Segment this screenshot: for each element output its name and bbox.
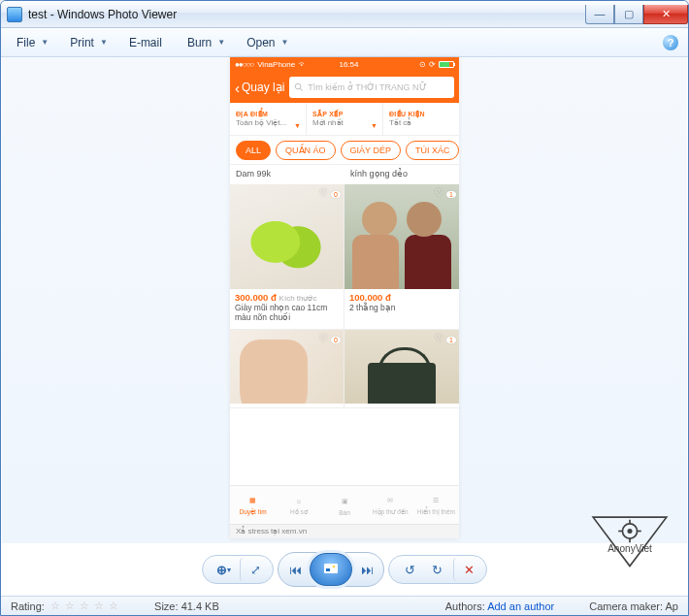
rotate-group: ↺ ↻ ✕ xyxy=(388,555,487,584)
filter-location[interactable]: ĐỊA ĐIỂMToàn bộ Việt...▼ xyxy=(230,103,307,135)
phone-footer: Xả stress tại xem.vn xyxy=(230,524,459,538)
mail-icon: ✉ xyxy=(382,494,398,507)
search-placeholder: Tìm kiếm ở THỜI TRANG NỮ xyxy=(308,82,426,92)
viewer-controls: ⊕▾ ⤢ ⏮ ⏭ ↺ ↻ ✕ xyxy=(1,545,688,594)
chip-clothes[interactable]: QUẦN ÁO xyxy=(276,141,336,160)
heart-icon: ♡ xyxy=(435,187,448,201)
product-thumb: ♡0 xyxy=(230,330,344,404)
prev-button[interactable]: ⏮ xyxy=(280,555,310,584)
maximize-button[interactable]: ▢ xyxy=(614,5,643,24)
heart-icon: ♡ xyxy=(319,187,333,201)
window-title: test - Windows Photo Viewer xyxy=(28,8,177,21)
zoom-button[interactable]: ⊕▾ xyxy=(211,558,236,581)
camera-icon: ▣ xyxy=(337,495,352,508)
chevron-down-icon: ▼ xyxy=(371,122,377,129)
nav-group: ⏮ ⏭ xyxy=(278,552,384,587)
chevron-left-icon: ‹ xyxy=(235,80,240,96)
product-name: 2 thằng bạn xyxy=(349,303,454,312)
close-button[interactable]: ✕ xyxy=(643,5,688,24)
lock-icon: ⟳ xyxy=(429,60,436,69)
wifi-icon: ᯤ xyxy=(299,60,307,69)
chevron-down-icon: ▼ xyxy=(281,38,289,47)
svg-point-4 xyxy=(333,566,336,568)
menu-email[interactable]: E-mail xyxy=(123,32,168,53)
help-button[interactable]: ? xyxy=(663,35,678,50)
title-right: kính gọng dẻo xyxy=(344,165,459,184)
grid-icon: ▦ xyxy=(246,494,261,507)
product-card[interactable]: ♡1 xyxy=(344,330,459,408)
rotate-cw-button[interactable]: ↻ xyxy=(424,558,449,581)
search-field[interactable]: Tìm kiếm ở THỜI TRANG NỮ xyxy=(289,77,454,98)
menu-open[interactable]: Open▼ xyxy=(241,32,294,53)
alarm-icon: ⊙ xyxy=(419,60,426,69)
tab-sell[interactable]: ▣Bán xyxy=(321,486,367,524)
titlebar: test - Windows Photo Viewer — ▢ ✕ xyxy=(1,1,688,28)
product-thumb: ♡1 xyxy=(344,330,459,404)
clock-label: 16:54 xyxy=(339,60,358,69)
product-thumb: ♡1 xyxy=(344,184,459,289)
menu-print[interactable]: Print▼ xyxy=(64,32,114,53)
filter-condition[interactable]: ĐIỀU KIỆNTất cả xyxy=(383,103,459,135)
next-button[interactable]: ⏭ xyxy=(352,555,381,584)
rating-stars[interactable]: ☆ ☆ ☆ ☆ ☆ xyxy=(50,600,119,612)
window-buttons: — ▢ ✕ xyxy=(585,5,688,24)
back-button[interactable]: ‹Quay lại xyxy=(235,80,284,96)
category-chips: ALL QUẦN ÁO GIÀY DÉP TÚI XÁC xyxy=(230,136,459,165)
tab-browse[interactable]: ▦Duyệt tìm xyxy=(230,486,276,524)
app-icon xyxy=(7,7,22,22)
user-icon: ☺ xyxy=(291,494,307,507)
product-card[interactable]: ♡1 100.000 đ 2 thằng bạn xyxy=(344,184,459,330)
status-strip: Rating: ☆ ☆ ☆ ☆ ☆ Size: 41.4 KB Authors:… xyxy=(1,596,688,615)
camera-value: Ap xyxy=(666,600,678,612)
product-name: Giày mũi nhọn cao 11cm màu nõn chuối xyxy=(235,303,339,322)
svg-rect-3 xyxy=(326,568,330,571)
camera-label: Camera maker: xyxy=(589,600,663,612)
svg-point-0 xyxy=(296,83,302,89)
price-label: 300.000 đ xyxy=(235,292,277,303)
chevron-down-icon: ▼ xyxy=(100,38,108,47)
app-window: test - Windows Photo Viewer — ▢ ✕ File▼ … xyxy=(0,0,689,616)
row-titles: Dam 99k kính gọng dẻo xyxy=(230,165,459,184)
heart-icon: ♡ xyxy=(319,333,333,346)
menubar: File▼ Print▼ E-mail Burn▼ Open▼ ? xyxy=(1,28,688,57)
photo-content: ●●○○○ VinaPhone ᯤ 16:54 ⊙ ⟳ ‹Quay lại Tì… xyxy=(230,57,459,538)
minimize-button[interactable]: — xyxy=(585,5,614,24)
product-card[interactable]: ♡0 300.000 đ Kích thước Giày mũi nhọn ca… xyxy=(230,184,344,330)
carrier-label: VinaPhone xyxy=(257,60,295,69)
menu-burn[interactable]: Burn▼ xyxy=(181,32,231,53)
svg-line-1 xyxy=(301,88,304,91)
battery-icon xyxy=(439,61,454,68)
search-icon xyxy=(294,82,304,92)
authors-label: Authors: xyxy=(445,600,485,612)
rating-label: Rating: xyxy=(11,600,45,612)
heart-icon: ♡ xyxy=(435,333,448,346)
photo-viewport: ●●○○○ VinaPhone ᯤ 16:54 ⊙ ⟳ ‹Quay lại Tì… xyxy=(2,57,687,543)
chevron-down-icon: ▼ xyxy=(41,38,49,47)
size-value: 41.4 KB xyxy=(181,600,219,612)
rotate-ccw-button[interactable]: ↺ xyxy=(397,558,422,581)
fit-button[interactable]: ⤢ xyxy=(240,558,265,581)
authors-value[interactable]: Add an author xyxy=(487,600,554,612)
zoom-group: ⊕▾ ⤢ xyxy=(202,555,274,584)
menu-file[interactable]: File▼ xyxy=(11,32,54,53)
product-thumb: ♡0 xyxy=(230,184,344,289)
filter-row: ĐỊA ĐIỂMToàn bộ Việt...▼ SẮP XẾPMới nhất… xyxy=(230,103,459,136)
product-grid: ♡0 300.000 đ Kích thước Giày mũi nhọn ca… xyxy=(230,184,459,408)
menu-icon: ☰ xyxy=(428,494,443,507)
product-card[interactable]: ♡0 xyxy=(230,330,344,408)
size-label: Size: xyxy=(154,600,178,612)
chip-bags[interactable]: TÚI XÁC xyxy=(406,141,459,160)
delete-button[interactable]: ✕ xyxy=(453,558,478,581)
signal-icon: ●●○○○ xyxy=(235,60,253,69)
chevron-down-icon: ▼ xyxy=(217,38,225,47)
chevron-down-icon: ▼ xyxy=(294,122,301,129)
tab-inbox[interactable]: ✉Hộp thư đến xyxy=(368,486,413,524)
chip-shoes[interactable]: GIÀY DÉP xyxy=(341,141,401,160)
filter-sort[interactable]: SẮP XẾPMới nhất▼ xyxy=(307,103,383,135)
tab-more[interactable]: ☰Hiển thị thêm xyxy=(413,486,459,524)
bottom-tabbar: ▦Duyệt tìm ☺Hồ sơ ▣Bán ✉Hộp thư đến ☰Hiể… xyxy=(230,485,459,524)
title-left: Dam 99k xyxy=(230,165,344,184)
tab-profile[interactable]: ☺Hồ sơ xyxy=(276,486,321,524)
slideshow-button[interactable] xyxy=(310,553,352,586)
chip-all[interactable]: ALL xyxy=(236,141,271,160)
